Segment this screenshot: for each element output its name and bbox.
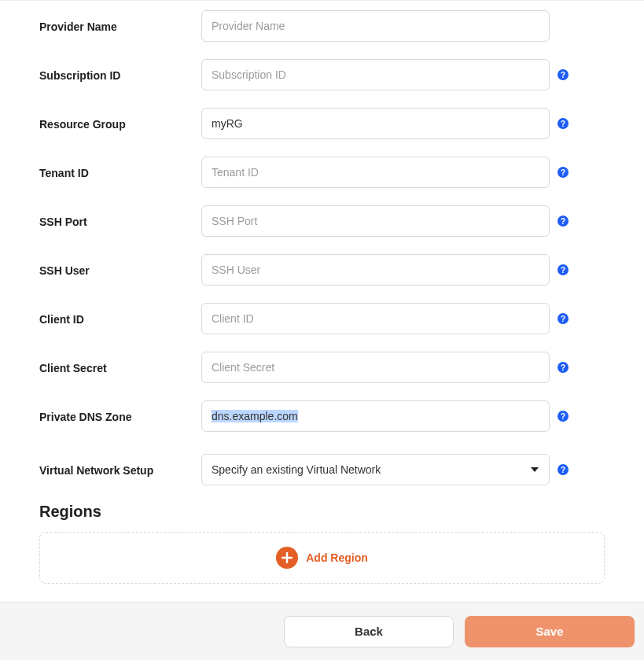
field-client-secret: ? (201, 352, 605, 383)
field-client-id: ? (201, 303, 605, 334)
plus-circle-icon (276, 547, 298, 569)
label-ssh-port: SSH Port (39, 214, 201, 228)
input-client-id[interactable] (201, 303, 550, 334)
field-ssh-user: ? (201, 254, 605, 286)
input-ssh-port[interactable] (201, 205, 550, 237)
help-icon[interactable]: ? (558, 313, 569, 324)
input-ssh-user[interactable] (201, 254, 550, 286)
label-provider-name: Provider Name (39, 19, 201, 33)
help-icon[interactable]: ? (558, 264, 569, 275)
help-icon[interactable]: ? (558, 411, 569, 422)
field-private-dns: dns.example.com ? (201, 400, 605, 432)
regions-title: Regions (39, 503, 605, 521)
label-private-dns: Private DNS Zone (39, 409, 201, 423)
add-region-label: Add Region (306, 551, 368, 564)
input-subscription-id[interactable] (201, 59, 550, 90)
label-vnet: Virtual Network Setup (39, 463, 201, 477)
back-button[interactable]: Back (284, 616, 454, 647)
row-client-id: Client ID ? (39, 303, 605, 334)
provider-form: Provider Name Subscription ID ? Resource… (0, 0, 644, 584)
input-provider-name[interactable] (201, 10, 550, 42)
input-client-secret[interactable] (201, 352, 550, 383)
select-vnet-wrap: Specify an existing Virtual Network (201, 454, 550, 485)
row-subscription-id: Subscription ID ? (39, 59, 605, 90)
label-client-id: Client ID (39, 312, 201, 326)
row-resource-group: Resource Group ? (39, 108, 605, 139)
help-icon[interactable]: ? (558, 167, 569, 178)
field-vnet: Specify an existing Virtual Network ? (201, 454, 605, 485)
help-icon[interactable]: ? (558, 118, 569, 129)
field-ssh-port: ? (201, 205, 605, 237)
input-resource-group[interactable] (201, 108, 550, 139)
label-ssh-user: SSH User (39, 263, 201, 277)
help-icon[interactable]: ? (558, 464, 569, 475)
save-button[interactable]: Save (465, 616, 635, 647)
field-tenant-id: ? (201, 157, 605, 188)
input-tenant-id[interactable] (201, 157, 550, 188)
label-client-secret: Client Secret (39, 360, 201, 374)
row-tenant-id: Tenant ID ? (39, 157, 605, 188)
label-tenant-id: Tenant ID (39, 165, 201, 179)
row-ssh-user: SSH User ? (39, 254, 605, 286)
private-dns-value-highlight: dns.example.com (212, 410, 298, 422)
help-icon[interactable]: ? (558, 216, 569, 227)
field-provider-name (201, 10, 605, 42)
row-provider-name: Provider Name (39, 10, 605, 42)
field-resource-group: ? (201, 108, 605, 139)
select-vnet-value: Specify an existing Virtual Network (212, 463, 381, 476)
field-subscription-id: ? (201, 59, 605, 90)
add-region-button[interactable]: Add Region (39, 532, 605, 584)
row-client-secret: Client Secret ? (39, 352, 605, 383)
help-icon[interactable]: ? (558, 69, 569, 80)
label-resource-group: Resource Group (39, 116, 201, 131)
row-ssh-port: SSH Port ? (39, 205, 605, 237)
select-vnet[interactable]: Specify an existing Virtual Network (201, 454, 550, 485)
row-private-dns: Private DNS Zone dns.example.com ? (39, 400, 605, 432)
footer-bar: Back Save (0, 602, 644, 660)
help-icon[interactable]: ? (558, 362, 569, 373)
input-private-dns[interactable]: dns.example.com (201, 400, 550, 432)
row-vnet: Virtual Network Setup Specify an existin… (39, 454, 605, 485)
label-subscription-id: Subscription ID (39, 68, 201, 82)
